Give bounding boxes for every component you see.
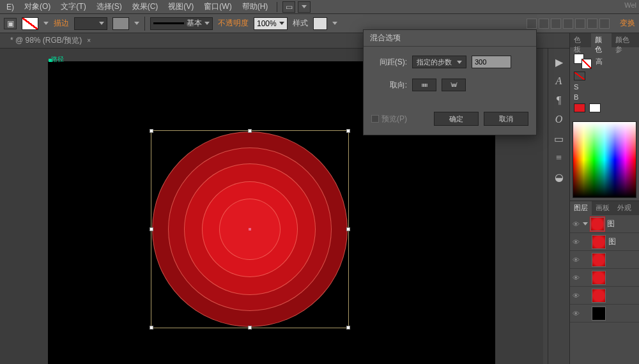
color-panel: 高 S B (570, 47, 639, 119)
bounding-box[interactable] (151, 130, 349, 328)
stroke-weight[interactable] (74, 17, 107, 30)
preview-checkbox[interactable]: 预览(P) (371, 114, 407, 125)
menu-edit[interactable]: E) (3, 1, 18, 13)
orientation-label: 取向: (371, 80, 407, 91)
divider (277, 2, 277, 12)
handle-b[interactable] (248, 326, 252, 330)
fill-dropdown[interactable] (43, 22, 49, 25)
handle-l[interactable] (150, 227, 153, 231)
white-swatch[interactable] (589, 103, 601, 112)
opacity-label: 不透明度 (218, 18, 249, 29)
style-swatch[interactable] (313, 17, 327, 30)
color-panel-tabs: 色板 颜色 颜色参 (570, 33, 639, 47)
stroke-label: 描边 (54, 18, 69, 29)
close-icon[interactable]: × (87, 37, 91, 44)
selection-icon[interactable]: ▣ (4, 18, 17, 29)
cancel-button[interactable]: 取消 (484, 112, 528, 126)
opacity-input[interactable]: 100% (254, 17, 288, 30)
stroke-dropdown[interactable] (134, 22, 139, 25)
document-tab-bar: * @ 98% (RGB/预览) × (0, 33, 639, 49)
align-icon-7[interactable] (599, 19, 610, 29)
paragraph-icon[interactable]: ¶ (552, 93, 566, 107)
visibility-icon[interactable]: 👁 (571, 238, 580, 246)
style-label: 样式 (293, 18, 308, 29)
fill-stroke-indicator[interactable] (574, 54, 592, 69)
stroke-profile[interactable]: 基本 (150, 17, 213, 30)
layer-row[interactable]: 👁 (570, 251, 639, 269)
document-tab[interactable]: * @ 98% (RGB/预览) × (5, 33, 96, 48)
layer-thumb (590, 217, 604, 231)
tab-color-guide[interactable]: 颜色参 (612, 33, 639, 47)
document-title: * @ 98% (RGB/预览) (10, 35, 82, 46)
align-icon-1[interactable] (527, 19, 537, 29)
visibility-icon[interactable]: 👁 (571, 309, 580, 318)
layers-panel: 图层 画板 外观 👁 图 👁图 👁 👁 👁 👁 (570, 201, 639, 322)
blend-options-dialog: 混合选项 间距(S): 指定的步数 取向: ıııııı \ıııı/ 预览(P… (363, 29, 537, 135)
menu-object[interactable]: 对象(O) (20, 0, 54, 13)
arrange-icon[interactable] (298, 1, 311, 13)
menu-type[interactable]: 文字(T) (57, 0, 89, 13)
layer-thumb (592, 289, 606, 303)
tab-appearance[interactable]: 外观 (613, 201, 635, 215)
libraries-icon[interactable]: ▭ (552, 132, 566, 146)
handle-tl[interactable] (150, 129, 153, 133)
handle-tr[interactable] (346, 129, 350, 133)
layer-row[interactable]: 👁 (570, 269, 639, 287)
transform-label[interactable]: 变换 (620, 18, 635, 29)
menu-effect[interactable]: 效果(C) (128, 0, 162, 13)
visibility-icon[interactable]: 👁 (571, 255, 580, 264)
stroke-swatch[interactable] (112, 17, 129, 30)
appearance-icon[interactable]: ◒ (552, 170, 566, 184)
spacing-steps-input[interactable] (472, 56, 511, 68)
layer-row[interactable]: 👁 (570, 287, 639, 305)
tab-layers[interactable]: 图层 (570, 201, 592, 215)
color-spectrum[interactable] (573, 121, 636, 198)
expand-icon[interactable] (583, 222, 588, 225)
opentype-icon[interactable]: O (552, 112, 566, 126)
handle-bl[interactable] (150, 326, 153, 330)
align-icon-2[interactable] (539, 19, 549, 29)
handle-br[interactable] (346, 326, 350, 330)
menu-window[interactable]: 窗口(W) (200, 0, 235, 13)
menu-view[interactable]: 视图(V) (164, 0, 197, 13)
menu-bar: E) 对象(O) 文字(T) 选择(S) 效果(C) 视图(V) 窗口(W) 帮… (0, 0, 639, 14)
tab-artboards[interactable]: 画板 (592, 201, 613, 215)
fill-swatch[interactable] (22, 17, 38, 30)
label-h: 高 (596, 57, 603, 66)
tab-color[interactable]: 颜色 (591, 33, 612, 47)
layer-thumb (592, 235, 606, 249)
layer-thumb (592, 307, 606, 321)
align-icon-4[interactable] (563, 19, 573, 29)
visibility-icon[interactable]: 👁 (571, 273, 580, 282)
tab-swatches[interactable]: 色板 (570, 33, 591, 47)
menu-select[interactable]: 选择(S) (93, 0, 126, 13)
separator (144, 17, 145, 31)
handle-t[interactable] (248, 129, 252, 133)
layer-row[interactable]: 👁 (570, 305, 639, 322)
label-s: S (574, 83, 578, 91)
play-icon[interactable]: ▶ (552, 55, 566, 69)
doc-setup-icon[interactable]: ▭ (282, 1, 295, 13)
spacing-mode-select[interactable]: 指定的步数 (412, 56, 466, 68)
type-tool-icon[interactable]: A (552, 74, 566, 88)
none-swatch[interactable] (574, 72, 585, 80)
lines-icon[interactable]: ≡ (552, 151, 566, 165)
brand-label: Wel (624, 1, 636, 9)
orient-align-path[interactable]: \ıııı/ (442, 79, 466, 91)
layer-row[interactable]: 👁图 (570, 233, 639, 251)
align-icon-5[interactable] (575, 19, 585, 29)
ok-button[interactable]: 确定 (434, 112, 479, 126)
spacing-label: 间距(S): (371, 57, 407, 68)
menu-help[interactable]: 帮助(H) (238, 0, 272, 13)
style-dropdown[interactable] (332, 22, 337, 25)
right-tool-stack: ▶ A ¶ O ▭ ≡ ◒ (548, 49, 569, 364)
visibility-icon[interactable]: 👁 (571, 220, 580, 229)
align-icon-6[interactable] (587, 19, 597, 29)
layer-row-group[interactable]: 👁 图 (570, 215, 639, 233)
align-icon-3[interactable] (551, 19, 561, 29)
handle-r[interactable] (346, 227, 350, 231)
red-swatch[interactable] (574, 103, 585, 112)
visibility-icon[interactable]: 👁 (571, 291, 580, 300)
dialog-title[interactable]: 混合选项 (364, 30, 536, 47)
orient-align-page[interactable]: ıııııı (412, 79, 436, 91)
